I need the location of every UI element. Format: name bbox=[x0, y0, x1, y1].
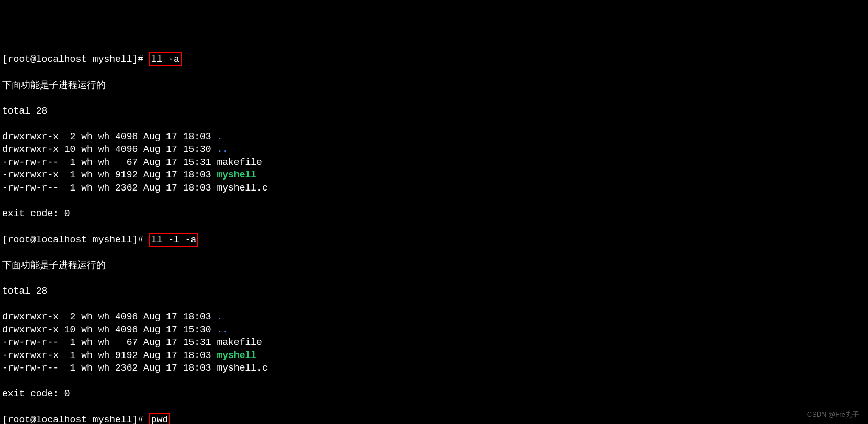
file-row: drwxrwxr-x 10 wh wh 4096 Aug 17 15:30 .. bbox=[2, 323, 866, 337]
child-msg-1: 下面功能是子进程运行的 bbox=[2, 79, 866, 92]
child-msg-2: 下面功能是子进程运行的 bbox=[2, 259, 866, 272]
exit-code-2: exit code: 0 bbox=[2, 387, 866, 400]
ls-total-1: total 28 bbox=[2, 105, 866, 118]
command-highlight-1: ll -a bbox=[149, 52, 182, 66]
file-row: -rwxrwxr-x 1 wh wh 9192 Aug 17 18:03 mys… bbox=[2, 349, 866, 362]
prompt: [root@localhost myshell]# bbox=[2, 415, 149, 424]
command-highlight-2: ll -l -a bbox=[149, 233, 198, 247]
prompt-line-3: [root@localhost myshell]# pwd bbox=[2, 413, 866, 424]
exit-code-1: exit code: 0 bbox=[2, 207, 866, 220]
file-name: .. bbox=[217, 325, 228, 335]
file-name: . bbox=[217, 311, 222, 322]
file-row: -rw-rw-r-- 1 wh wh 2362 Aug 17 18:03 mys… bbox=[2, 182, 866, 195]
file-row: drwxrwxr-x 2 wh wh 4096 Aug 17 18:03 . bbox=[2, 130, 866, 143]
file-row: drwxrwxr-x 2 wh wh 4096 Aug 17 18:03 . bbox=[2, 310, 866, 323]
file-row: -rw-rw-r-- 1 wh wh 67 Aug 17 15:31 makef… bbox=[2, 336, 866, 349]
prompt-line-1: [root@localhost myshell]# ll -a bbox=[2, 52, 866, 66]
file-name: .. bbox=[217, 144, 228, 154]
file-name: makefile bbox=[217, 337, 262, 348]
prompt: [root@localhost myshell]# bbox=[2, 235, 149, 245]
watermark: CSDN @Fre丸子_ bbox=[807, 408, 863, 421]
file-row: -rw-rw-r-- 1 wh wh 2362 Aug 17 18:03 mys… bbox=[2, 362, 866, 375]
file-row: drwxrwxr-x 10 wh wh 4096 Aug 17 15:30 .. bbox=[2, 143, 866, 156]
ls-total-2: total 28 bbox=[2, 285, 866, 298]
file-row: -rw-rw-r-- 1 wh wh 67 Aug 17 15:31 makef… bbox=[2, 156, 866, 169]
file-row: -rwxrwxr-x 1 wh wh 9192 Aug 17 18:03 mys… bbox=[2, 169, 866, 182]
file-name: makefile bbox=[217, 157, 262, 168]
file-name: myshell.c bbox=[217, 363, 267, 373]
file-name: myshell.c bbox=[217, 183, 267, 193]
prompt-line-2: [root@localhost myshell]# ll -l -a bbox=[2, 233, 866, 247]
prompt: [root@localhost myshell]# bbox=[2, 54, 149, 64]
file-name: myshell bbox=[217, 170, 256, 180]
file-name: myshell bbox=[217, 350, 256, 361]
file-name: . bbox=[217, 131, 222, 142]
command-highlight-3: pwd bbox=[149, 413, 170, 424]
